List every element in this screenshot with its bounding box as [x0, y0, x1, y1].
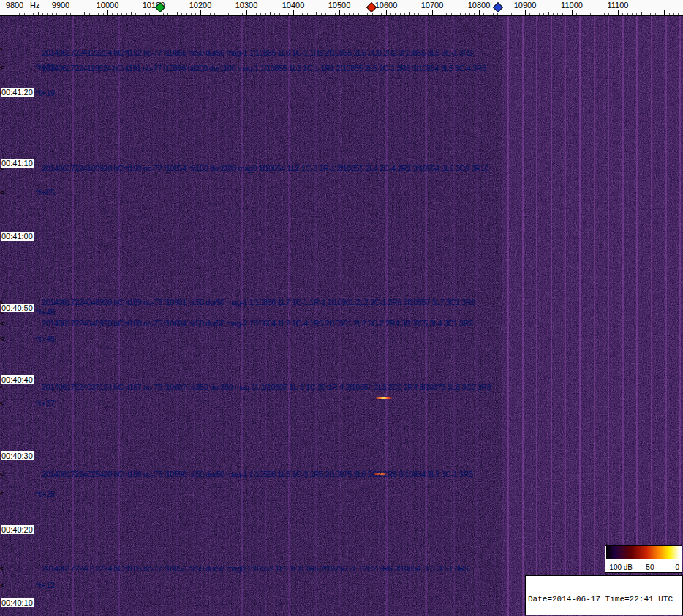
frequency-ruler: 9800 Hz 9900 10000 10100 10200 10300 104…: [0, 0, 683, 16]
db-gradient-bar: [606, 546, 679, 559]
event-time-marker: ^t+05: [35, 188, 55, 197]
event-tick: [0, 491, 5, 497]
event-tick: [0, 46, 5, 53]
event-tick: [0, 64, 5, 71]
time-label: 00:40:50: [1, 304, 34, 312]
event-tick: [0, 566, 5, 572]
freq-tick-label: 10500: [328, 1, 351, 10]
detection-log-line: 20140617224048920 hCnt189 nb-78 f10901 h…: [42, 298, 475, 307]
time-label: 00:41:10: [1, 159, 34, 168]
freq-tick-label: 11000: [561, 1, 583, 10]
event-time-marker: ^t+12: [35, 581, 55, 590]
event-tick: [0, 471, 5, 478]
info-date-line: Date=2014-06-17 Time=22:41 UTC: [528, 595, 682, 604]
time-label: 00:41:00: [1, 232, 34, 241]
freq-tick-label: 10600: [375, 1, 398, 10]
time-label: 00:40:10: [1, 598, 34, 607]
event-time-marker: ^t+23: [35, 63, 55, 72]
time-label: 00:41:20: [1, 88, 34, 97]
event-tick: [0, 582, 5, 589]
event-time-marker: ^t+37: [35, 399, 55, 407]
freq-unit-label: Hz: [30, 1, 39, 10]
time-label: 00:40:30: [1, 451, 34, 460]
freq-tick-label: 10200: [189, 1, 212, 10]
event-time-marker: ^t+45: [35, 334, 55, 343]
spectrogram-app: { "ruler": { "unit": "Hz", "labels": ["9…: [0, 0, 683, 616]
freq-tick-label: 10900: [514, 1, 537, 10]
time-label: 00:40:40: [1, 375, 34, 384]
db-scale-legend: -100 dB -50 0: [605, 545, 682, 573]
freq-tick-label: 10000: [97, 1, 119, 10]
event-tick: [0, 320, 5, 327]
detection-log-line: 20140617224105920 hCnt190 nb-77 f10854 h…: [42, 164, 488, 173]
event-time-marker: ^t+19: [35, 89, 55, 97]
event-tick: [0, 384, 5, 391]
detection-log-line: 20140617224123224 hCnt192 nb-77 f10856 h…: [42, 48, 472, 57]
freq-tick-label: 11100: [608, 1, 629, 10]
freq-tick-label: 10400: [282, 1, 305, 10]
spectrogram-waterfall: [0, 16, 683, 616]
detection-log-line: 20140617224012224 hCnt185 nb-77 f10853 h…: [42, 564, 468, 573]
db-max-label: 0: [675, 563, 679, 571]
event-time-marker: ^t+25: [35, 489, 55, 498]
freq-tick-label: 10700: [421, 1, 444, 10]
db-mid-label: -50: [644, 563, 654, 571]
station-info-box: Date=2014-06-17 Time=22:41 UTC Freq=143 …: [525, 575, 683, 615]
ruler-major-ticks: [15, 10, 682, 15]
event-tick: [0, 336, 5, 342]
detection-log-line: 20140617224025420 hCnt186 nb-75 f10596 h…: [42, 470, 472, 478]
event-time-marker: ^t+48: [35, 308, 55, 317]
spectrogram-noise-texture: [0, 16, 683, 616]
event-tick: [0, 400, 5, 407]
freq-tick-label: 9900: [52, 1, 69, 10]
event-tick: [0, 189, 5, 196]
meteor-echo-trace: [376, 397, 392, 399]
freq-tick-label: 10300: [235, 1, 258, 10]
freq-tick-label: 9800: [6, 1, 23, 10]
time-label: 00:40:20: [1, 525, 34, 534]
freq-tick-label: 10800: [468, 1, 491, 10]
detection-log-line: 20140617224119624 hCnt191 nb-77 f10856 h…: [42, 64, 486, 72]
detection-log-line: 20140617224045920 hCnt188 nb-75 f10604 h…: [42, 319, 472, 328]
db-min-label: -100 dB: [607, 563, 633, 571]
detection-log-line: 20140617224037124 hCnt187 nb-76 f10607 h…: [42, 383, 491, 391]
